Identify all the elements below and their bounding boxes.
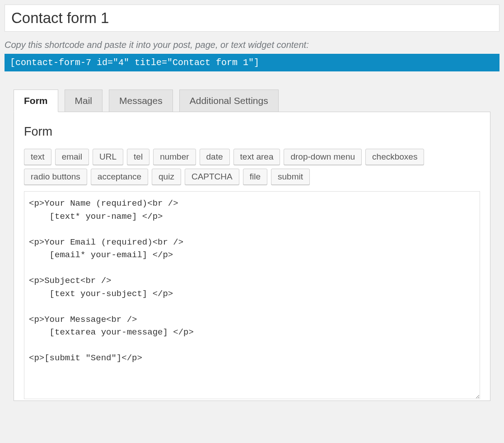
shortcode-hint: Copy this shortcode and paste it into yo… [5,40,499,50]
tag-radio-button[interactable]: radio buttons [24,169,87,185]
tag-dropdown-button[interactable]: drop-down menu [284,149,362,165]
tag-tel-button[interactable]: tel [127,149,149,165]
panel-heading: Form [24,125,480,139]
form-panel: Form text email URL tel number date text… [14,112,490,401]
tag-textarea-button[interactable]: text area [233,149,280,165]
tab-form[interactable]: Form [14,90,58,112]
tab-additional-settings[interactable]: Additional Settings [179,90,279,112]
page-title[interactable]: Contact form 1 [11,9,493,27]
tag-captcha-button[interactable]: CAPTCHA [185,169,239,185]
tag-acceptance-button[interactable]: acceptance [91,169,148,185]
tag-checkboxes-button[interactable]: checkboxes [365,149,424,165]
tag-submit-button[interactable]: submit [271,169,310,185]
tag-file-button[interactable]: file [243,169,267,185]
tag-url-button[interactable]: URL [93,149,123,165]
tag-number-button[interactable]: number [153,149,196,165]
tag-email-button[interactable]: email [55,149,89,165]
shortcode-field[interactable] [5,54,499,71]
tag-quiz-button[interactable]: quiz [152,169,181,185]
tab-mail[interactable]: Mail [65,90,103,112]
tabs: Form Mail Messages Additional Settings [14,90,490,112]
title-box: Contact form 1 [5,5,499,32]
tab-messages[interactable]: Messages [109,90,173,112]
tag-text-button[interactable]: text [24,149,51,165]
form-editor-textarea[interactable] [24,191,480,399]
tag-generator-buttons: text email URL tel number date text area… [24,149,480,185]
tabs-wrap: Form Mail Messages Additional Settings F… [5,90,499,401]
tag-date-button[interactable]: date [200,149,230,165]
